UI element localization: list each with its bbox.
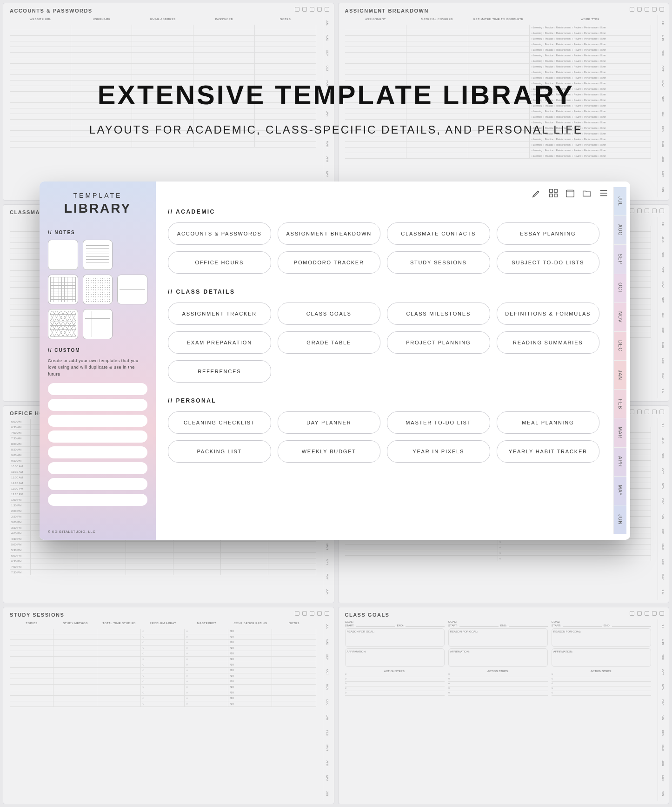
custom-slot[interactable] bbox=[48, 478, 147, 490]
month-tab-may[interactable]: MAY bbox=[614, 477, 626, 505]
calendar-icon[interactable] bbox=[565, 188, 575, 198]
month-tab-sep[interactable]: SEP bbox=[614, 245, 626, 274]
svg-rect-1 bbox=[554, 189, 557, 192]
bg-card-study-sessions: STUDY SESSIONS TOPICS STUDY METHOD TOTAL… bbox=[3, 607, 334, 805]
custom-slot[interactable] bbox=[48, 446, 147, 458]
template-pill-master-to-do-list[interactable]: MASTER TO-DO LIST bbox=[387, 411, 490, 434]
note-tile-cornell[interactable] bbox=[83, 309, 113, 339]
note-tiles-row-3 bbox=[48, 309, 147, 339]
month-tabs: JULAUGSEPOCTNOVDECJANFEBMARAPRMAYJUN bbox=[613, 187, 626, 534]
month-tab-mar[interactable]: MAR bbox=[614, 418, 626, 447]
template-pill-exam-preparation[interactable]: EXAM PREPARATION bbox=[168, 331, 271, 354]
custom-slot[interactable] bbox=[48, 430, 147, 443]
section-label: // CLASS DETAILS bbox=[168, 289, 618, 295]
month-tab-jan[interactable]: JAN bbox=[614, 361, 626, 390]
sidebar-title-small: TEMPLATE bbox=[48, 192, 147, 199]
template-pill-year-in-pixels[interactable]: YEAR IN PIXELS bbox=[387, 440, 490, 463]
template-pill-grade-table[interactable]: GRADE TABLE bbox=[278, 331, 381, 354]
svg-rect-0 bbox=[550, 189, 552, 192]
template-pill-assignment-breakdown[interactable]: ASSIGNMENT BREAKDOWN bbox=[278, 222, 381, 245]
custom-slot[interactable] bbox=[48, 462, 147, 474]
month-tab-jun[interactable]: JUN bbox=[614, 505, 626, 534]
svg-rect-3 bbox=[554, 194, 557, 197]
custom-slot[interactable] bbox=[48, 383, 147, 395]
custom-slot[interactable] bbox=[48, 494, 147, 506]
svg-rect-2 bbox=[550, 194, 552, 197]
template-pill-definitions-formulas[interactable]: DEFINITIONS & FORMULAS bbox=[497, 303, 600, 325]
template-pill-yearly-habit-tracker[interactable]: YEARLY HABIT TRACKER bbox=[497, 440, 600, 463]
template-pill-reading-summaries[interactable]: READING SUMMARIES bbox=[497, 331, 600, 354]
template-library-card: TEMPLATE LIBRARY // NOTES // CUSTOM Crea… bbox=[40, 182, 630, 540]
svg-rect-4 bbox=[566, 190, 574, 197]
note-tile-split[interactable] bbox=[117, 275, 147, 305]
notes-section-label: // NOTES bbox=[48, 230, 147, 235]
template-pill-class-milestones[interactable]: CLASS MILESTONES bbox=[387, 303, 490, 325]
month-tab-apr[interactable]: APR bbox=[614, 448, 626, 477]
template-pill-weekly-budget[interactable]: WEEKLY BUDGET bbox=[278, 440, 381, 463]
month-tab-feb[interactable]: FEB bbox=[614, 390, 626, 418]
template-pill-class-goals[interactable]: CLASS GOALS bbox=[278, 303, 381, 325]
month-tab-dec[interactable]: DEC bbox=[614, 332, 626, 361]
template-pill-pomodoro-tracker[interactable]: POMODORO TRACKER bbox=[278, 251, 381, 274]
note-tile-dotted[interactable] bbox=[83, 275, 113, 305]
template-pill-day-planner[interactable]: DAY PLANNER bbox=[278, 411, 381, 434]
bg-card-assignment-breakdown: ASSIGNMENT BREAKDOWN ASSIGNMENT MATERIAL… bbox=[338, 3, 670, 201]
library-main: JULAUGSEPOCTNOVDECJANFEBMARAPRMAYJUN // … bbox=[156, 182, 630, 540]
custom-slots bbox=[48, 383, 147, 510]
note-tile-lined[interactable] bbox=[83, 240, 113, 270]
template-sections: // ACADEMICACCOUNTS & PASSWORDSASSIGNMEN… bbox=[168, 208, 618, 463]
custom-slot[interactable] bbox=[48, 415, 147, 427]
bg-card-accounts-passwords: ACCOUNTS & PASSWORDS WEBSITE URL USERNAM… bbox=[3, 3, 334, 201]
toolbar bbox=[532, 188, 609, 198]
custom-section-description: Create or add your own templates that yo… bbox=[48, 357, 147, 377]
month-tab-jul[interactable]: JUL bbox=[614, 187, 626, 216]
template-pill-packing-list[interactable]: PACKING LIST bbox=[168, 440, 271, 463]
sidebar-title-big: LIBRARY bbox=[48, 201, 147, 216]
month-tab-aug[interactable]: AUG bbox=[614, 216, 626, 245]
sidebar: TEMPLATE LIBRARY // NOTES // CUSTOM Crea… bbox=[40, 182, 156, 540]
template-pill-classmate-contacts[interactable]: CLASSMATE CONTACTS bbox=[387, 222, 490, 245]
note-tile-hex[interactable] bbox=[48, 309, 78, 339]
month-tab-nov[interactable]: NOV bbox=[614, 303, 626, 332]
template-pill-project-planning[interactable]: PROJECT PLANNING bbox=[387, 331, 490, 354]
grid-icon[interactable] bbox=[548, 188, 559, 198]
note-tiles-row-2 bbox=[48, 275, 147, 305]
template-pill-assignment-tracker[interactable]: ASSIGNMENT TRACKER bbox=[168, 303, 271, 325]
month-tab-oct[interactable]: OCT bbox=[614, 274, 626, 303]
pencil-icon[interactable] bbox=[532, 188, 542, 198]
note-tiles-row-1 bbox=[48, 240, 147, 270]
menu-icon[interactable] bbox=[599, 188, 609, 198]
note-tile-blank[interactable] bbox=[48, 240, 78, 270]
template-pill-references[interactable]: REFERENCES bbox=[168, 360, 271, 383]
template-pill-subject-to-do-lists[interactable]: SUBJECT TO-DO LISTS bbox=[497, 251, 600, 274]
section-label: // ACADEMIC bbox=[168, 208, 618, 215]
sidebar-footer: © KDIGITALSTUDIO, LLC bbox=[48, 530, 147, 533]
template-pill-essay-planning[interactable]: ESSAY PLANNING bbox=[497, 222, 600, 245]
custom-section-label: // CUSTOM bbox=[48, 348, 147, 353]
folder-icon[interactable] bbox=[582, 188, 592, 198]
template-pill-meal-planning[interactable]: MEAL PLANNING bbox=[497, 411, 600, 434]
bg-card-class-goals: CLASS GOALS GOAL:START:END:REASON FOR GO… bbox=[338, 607, 670, 805]
custom-slot[interactable] bbox=[48, 399, 147, 411]
template-pill-study-sessions[interactable]: STUDY SESSIONS bbox=[387, 251, 490, 274]
template-pill-cleaning-checklist[interactable]: CLEANING CHECKLIST bbox=[168, 411, 271, 434]
note-tile-grid[interactable] bbox=[48, 275, 78, 305]
template-pill-office-hours[interactable]: OFFICE HOURS bbox=[168, 251, 271, 274]
template-pill-accounts-passwords[interactable]: ACCOUNTS & PASSWORDS bbox=[168, 222, 271, 245]
section-label: // PERSONAL bbox=[168, 397, 618, 404]
